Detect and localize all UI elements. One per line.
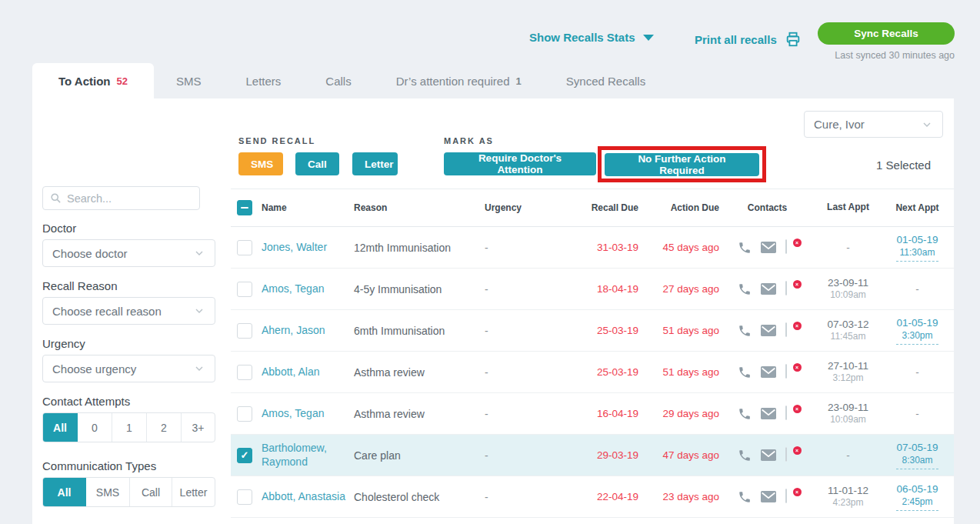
row-checkbox[interactable] bbox=[237, 282, 252, 297]
email-icon[interactable] bbox=[761, 325, 776, 336]
col-header-recall-due[interactable]: Recall Due bbox=[546, 202, 638, 213]
print-all-recalls-label: Print all recalls bbox=[695, 33, 777, 46]
patient-name-link[interactable]: Amos, Tegan bbox=[262, 282, 354, 296]
col-header-name[interactable]: Name bbox=[262, 202, 354, 214]
mobile-alert-icon[interactable]: × bbox=[785, 406, 798, 422]
col-header-last-appt[interactable]: Last Appt bbox=[815, 202, 881, 214]
next-appt-link[interactable]: 01-05-1911:30am bbox=[896, 233, 938, 261]
mobile-alert-icon[interactable]: × bbox=[785, 240, 798, 255]
comm-type-sms[interactable]: SMS bbox=[86, 478, 130, 506]
email-icon[interactable] bbox=[761, 283, 776, 295]
next-appt-link[interactable]: 07-05-198:30am bbox=[896, 441, 938, 469]
tab-drs-attention-required[interactable]: Dr’s attention required1 bbox=[374, 63, 544, 98]
select-all-checkbox[interactable] bbox=[237, 200, 252, 215]
phone-icon[interactable] bbox=[738, 324, 752, 338]
email-icon[interactable] bbox=[761, 366, 776, 378]
col-header-action-due[interactable]: Action Due bbox=[638, 202, 719, 213]
send-letter-button[interactable]: Letter bbox=[352, 152, 398, 175]
phone-icon[interactable] bbox=[738, 449, 752, 462]
phone-icon[interactable] bbox=[738, 407, 752, 421]
table-row[interactable]: Amos, Tegan Asthma review - 16-04-19 29 … bbox=[231, 393, 954, 435]
urgency-value: - bbox=[477, 449, 546, 462]
mobile-alert-icon[interactable]: × bbox=[785, 489, 798, 505]
search-box[interactable] bbox=[42, 186, 200, 210]
row-checkbox[interactable] bbox=[237, 323, 252, 339]
patient-name-link[interactable]: Jones, Walter bbox=[262, 241, 354, 255]
phone-icon[interactable] bbox=[738, 490, 752, 504]
show-recalls-stats-link[interactable]: Show Recalls Stats bbox=[529, 31, 654, 44]
patient-name-link[interactable]: Abbott, Alan bbox=[262, 365, 354, 379]
email-icon[interactable] bbox=[761, 408, 776, 419]
col-header-urgency[interactable]: Urgency bbox=[477, 202, 546, 213]
no-further-action-required-button[interactable]: No Further Action Required bbox=[605, 153, 759, 176]
col-header-contacts[interactable]: Contacts bbox=[719, 202, 815, 213]
mobile-alert-icon[interactable]: × bbox=[785, 448, 798, 463]
communication-types-segment: All SMS Call Letter bbox=[42, 477, 215, 507]
table-row-selected[interactable]: Bartholomew, Raymond Care plan - 29-03-1… bbox=[231, 435, 954, 476]
tab-calls[interactable]: Calls bbox=[303, 63, 373, 98]
contact-attempts-2[interactable]: 2 bbox=[147, 413, 182, 442]
row-checkbox[interactable] bbox=[237, 406, 252, 422]
urgency-select[interactable]: Choose urgency bbox=[42, 355, 215, 382]
contact-attempts-0[interactable]: 0 bbox=[78, 413, 112, 442]
patient-name-link[interactable]: Bartholomew, Raymond bbox=[262, 442, 354, 469]
caret-down-icon bbox=[643, 35, 654, 41]
contact-attempts-3plus[interactable]: 3+ bbox=[182, 413, 215, 442]
row-checkbox[interactable] bbox=[237, 365, 252, 380]
tab-to-action[interactable]: To Action52 bbox=[32, 63, 154, 98]
email-icon[interactable] bbox=[761, 491, 776, 502]
recall-reason-filter-label: Recall Reason bbox=[42, 279, 118, 292]
comm-type-letter[interactable]: Letter bbox=[172, 478, 215, 506]
mobile-alert-icon[interactable]: × bbox=[785, 323, 798, 339]
table-row[interactable]: Abbott, Anastasia Cholesterol check - 22… bbox=[231, 476, 954, 518]
patient-name-link[interactable]: Abbott, Anastasia bbox=[262, 490, 354, 504]
email-icon[interactable] bbox=[761, 449, 776, 461]
tab-sms[interactable]: SMS bbox=[154, 63, 224, 98]
sync-recalls-button[interactable]: Sync Recalls bbox=[818, 22, 955, 45]
chevron-down-icon bbox=[921, 118, 933, 131]
require-doctors-attention-button[interactable]: Require Doctor's Attention bbox=[444, 152, 596, 175]
recall-due-date: 29-03-19 bbox=[546, 449, 638, 461]
next-appt-link[interactable]: 06-05-192:45pm bbox=[896, 482, 938, 510]
col-header-reason[interactable]: Reason bbox=[354, 202, 477, 213]
recalls-app: { "header": { "show_stats_label": "Show … bbox=[0, 0, 980, 524]
action-due-text: 47 days ago bbox=[638, 449, 719, 461]
table-row[interactable]: Abbott, Alan Asthma review - 25-03-19 51… bbox=[231, 352, 954, 393]
comm-type-all[interactable]: All bbox=[43, 478, 86, 506]
phone-icon[interactable] bbox=[738, 365, 752, 379]
mobile-alert-icon[interactable]: × bbox=[785, 282, 798, 297]
recall-reason: 12mth Immunisation bbox=[354, 242, 477, 254]
urgency-value: - bbox=[477, 366, 546, 379]
mark-as-label: MARK AS bbox=[444, 136, 494, 145]
email-icon[interactable] bbox=[761, 242, 776, 253]
search-input[interactable] bbox=[67, 192, 192, 205]
recall-reason-select[interactable]: Choose recall reason bbox=[42, 297, 215, 325]
doctor-filter-select[interactable]: Cure, Ivor bbox=[804, 111, 943, 138]
phone-icon[interactable] bbox=[738, 241, 752, 255]
row-checkbox-checked[interactable] bbox=[237, 448, 252, 463]
row-checkbox[interactable] bbox=[237, 489, 252, 505]
col-header-next-appt[interactable]: Next Appt bbox=[881, 202, 954, 213]
tab-letters[interactable]: Letters bbox=[223, 63, 303, 98]
send-call-button[interactable]: Call bbox=[295, 152, 339, 175]
alert-badge: × bbox=[793, 405, 802, 413]
tab-synced-recalls[interactable]: Synced Recalls bbox=[544, 63, 668, 98]
urgency-value: - bbox=[477, 491, 546, 503]
action-due-text: 51 days ago bbox=[638, 366, 719, 378]
patient-name-link[interactable]: Amos, Tegan bbox=[262, 407, 354, 421]
next-appt-link[interactable]: 01-05-193:30pm bbox=[896, 316, 938, 344]
table-row[interactable]: Amos, Tegan 4-5y Immunisation - 18-04-19… bbox=[231, 269, 954, 310]
row-checkbox[interactable] bbox=[237, 240, 252, 255]
phone-icon[interactable] bbox=[738, 282, 752, 296]
printer-icon bbox=[785, 31, 802, 48]
patient-name-link[interactable]: Ahern, Jason bbox=[262, 324, 354, 338]
print-all-recalls-link[interactable]: Print all recalls bbox=[695, 31, 802, 48]
comm-type-call[interactable]: Call bbox=[130, 478, 172, 506]
doctor-select[interactable]: Choose doctor bbox=[42, 239, 215, 267]
contact-attempts-all[interactable]: All bbox=[43, 413, 78, 442]
table-row[interactable]: Jones, Walter 12mth Immunisation - 31-03… bbox=[231, 227, 954, 269]
mobile-alert-icon[interactable]: × bbox=[785, 365, 798, 380]
contact-attempts-1[interactable]: 1 bbox=[112, 413, 147, 442]
table-row[interactable]: Ahern, Jason 6mth Immunisation - 25-03-1… bbox=[231, 310, 954, 352]
send-sms-button[interactable]: SMS bbox=[238, 152, 283, 175]
